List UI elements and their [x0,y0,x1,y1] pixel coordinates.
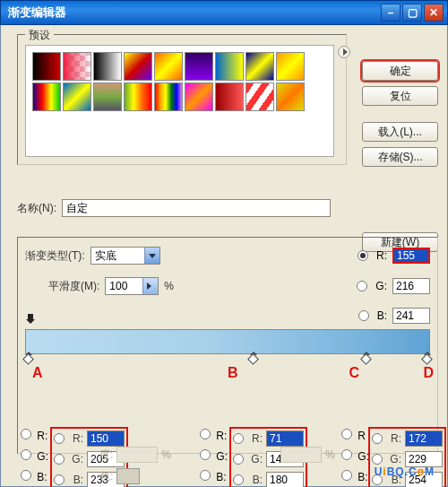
watermark: UiBQ.CoM [375,457,435,481]
deg-input [116,447,158,463]
preset-swatch[interactable] [124,83,152,111]
percent-label: % [164,280,174,292]
preset-swatch[interactable] [185,52,213,81]
preset-swatch[interactable] [276,52,305,81]
preset-swatch[interactable] [246,83,274,111]
preset-swatch[interactable] [185,83,213,111]
load-button[interactable]: 载入(L)... [362,122,438,142]
color-stop-c[interactable] [361,354,371,365]
color-stop-d[interactable] [422,354,432,365]
pos-input [280,447,322,463]
marker-c: C [349,365,360,381]
name-input[interactable]: 自定 [62,199,331,217]
ok-button[interactable]: 确定 [362,61,438,81]
preset-menu-button[interactable] [338,46,350,58]
gradient-settings: 渐变类型(T): 实底 R: 155 平滑度(M): 100 % G: 216 … [17,237,438,454]
preset-swatch[interactable] [276,83,305,111]
window-title: 渐变编辑器 [4,4,379,21]
color-label: 色: [99,469,113,484]
radio-r[interactable] [358,250,368,261]
preset-swatch[interactable] [32,83,61,111]
preset-swatch[interactable] [93,83,122,111]
gradient-type-combo[interactable]: 实底 [90,247,160,265]
rgb-b-input[interactable]: 241 [392,308,430,324]
radio[interactable] [54,474,65,485]
color-stop-a[interactable] [23,354,33,365]
deg-label: 度: [99,448,113,463]
preset-group: 预设 [17,34,347,165]
gradient-bar[interactable]: A B C D [25,329,430,354]
radio[interactable] [54,433,65,444]
chevron-right-icon [142,278,158,294]
minimize-button[interactable]: – [381,4,401,22]
preset-swatch[interactable] [154,83,183,111]
reset-button[interactable]: 复位 [362,86,438,106]
preset-swatch[interactable] [124,52,152,81]
marker-d: D [423,365,434,381]
radio[interactable] [54,454,65,465]
preset-swatch[interactable] [93,52,122,81]
preset-label: 预设 [25,28,54,43]
radio-b[interactable] [358,310,369,321]
stop-b-r[interactable]: 71 [266,430,304,447]
gradient-editor-panel: 预设 [0,25,448,487]
preset-swatch[interactable] [215,83,244,111]
maximize-button[interactable]: ▢ [402,4,422,22]
rgb-r-input[interactable]: 155 [392,248,430,264]
preset-swatch[interactable] [215,52,244,81]
save-button[interactable]: 存储(S)... [362,147,438,167]
preset-swatch-list [25,45,334,157]
color-stop-b[interactable] [248,354,258,365]
stop-b-b[interactable]: 180 [266,472,304,487]
rgb-g-input[interactable]: 216 [392,278,430,294]
preset-swatch[interactable] [246,52,274,81]
gradient-type-label: 渐变类型(T): [25,248,85,264]
marker-a: A [32,365,43,381]
close-button[interactable]: ✕ [424,4,444,22]
preset-swatch[interactable] [32,52,61,81]
side-buttons: 确定 复位 载入(L)... 存储(S)... [362,61,438,167]
preset-swatch[interactable] [154,52,183,81]
marker-b: B [228,365,238,381]
stop-a-r[interactable]: 150 [87,430,125,447]
preset-swatch[interactable] [63,83,91,111]
preset-swatch[interactable] [63,52,91,81]
chevron-down-icon [144,248,159,264]
radio-g[interactable] [357,281,367,291]
title-bar: 渐变编辑器 – ▢ ✕ [0,0,448,25]
smoothness-label: 平滑度(M): [48,279,99,294]
smoothness-input[interactable]: 100 [105,277,159,295]
opacity-stop[interactable] [26,319,35,328]
color-swatch[interactable] [116,468,140,484]
stop-c-r[interactable]: 172 [405,430,443,447]
name-label: 名称(N): [17,201,56,216]
